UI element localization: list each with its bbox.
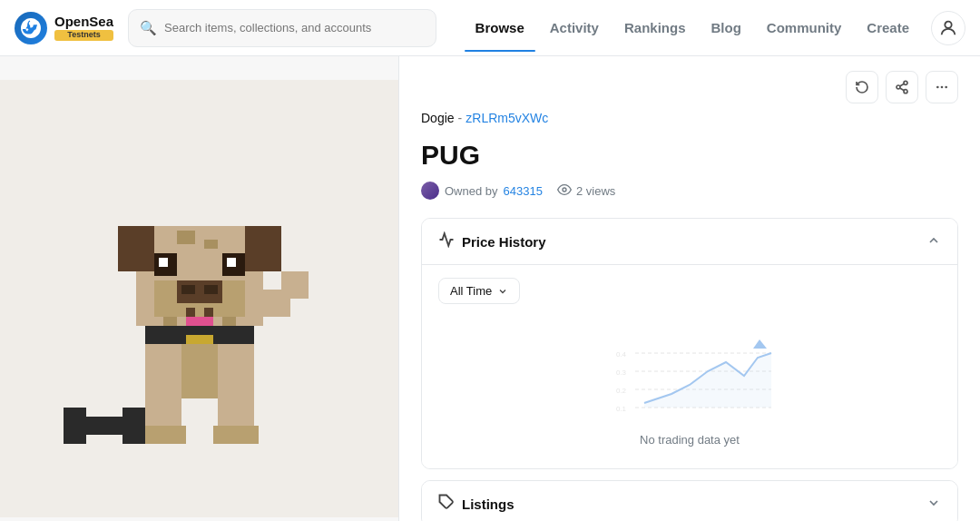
pug-pixel-art — [54, 153, 345, 444]
views-count: 2 views — [576, 184, 615, 198]
collection-id: zRLRm5vXWc — [466, 111, 548, 125]
svg-rect-20 — [141, 426, 186, 444]
main-nav: Browse Activity Rankings Blog Community … — [451, 13, 920, 43]
views-icon — [557, 182, 572, 200]
main-content: Dogie - zRLRm5vXWc PUG Owned by 643315 — [0, 56, 980, 521]
price-history-section: Price History All Time — [421, 218, 958, 469]
price-history-body: All Time — [422, 264, 957, 468]
svg-line-36 — [900, 84, 905, 86]
search-icon: 🔍 — [140, 20, 157, 36]
logo-area[interactable]: OpenSea Testnets — [15, 12, 113, 44]
opensea-logo-icon — [15, 12, 47, 44]
svg-rect-27 — [177, 231, 195, 244]
time-filter-label: All Time — [450, 284, 492, 298]
svg-point-33 — [897, 85, 900, 89]
time-filter-dropdown[interactable]: All Time — [438, 278, 520, 304]
nav-activity[interactable]: Activity — [539, 13, 610, 43]
nav-create[interactable]: Create — [856, 13, 920, 43]
svg-text:0.1: 0.1 — [616, 405, 627, 413]
listings-header-left: Listings — [438, 494, 514, 514]
svg-rect-14 — [204, 308, 213, 317]
search-input[interactable] — [164, 21, 425, 34]
chart-icon — [438, 231, 455, 251]
logo-badge: Testnets — [54, 30, 113, 41]
svg-rect-26 — [122, 408, 145, 444]
listings-chevron-icon — [926, 496, 941, 513]
nav-rankings[interactable]: Rankings — [613, 13, 697, 43]
tag-icon — [438, 494, 455, 514]
owned-by-label: Owned by — [445, 184, 498, 198]
svg-rect-13 — [186, 308, 195, 317]
chart-area: 0.4 0.3 0.2 0.1 No trading data yet — [438, 317, 941, 456]
svg-point-37 — [936, 86, 939, 89]
svg-point-34 — [904, 90, 907, 93]
price-history-chevron-icon — [926, 233, 941, 251]
content-row: Dogie - zRLRm5vXWc PUG Owned by 643315 — [0, 56, 980, 521]
collection-breadcrumb: Dogie - zRLRm5vXWc — [421, 111, 958, 133]
collection-link[interactable]: Dogie - zRLRm5vXWc — [421, 111, 548, 125]
owner-info: Owned by 643315 — [421, 182, 543, 200]
svg-rect-29 — [163, 317, 177, 326]
svg-line-35 — [900, 88, 905, 91]
svg-point-0 — [945, 21, 951, 27]
price-history-header[interactable]: Price History — [422, 219, 957, 264]
svg-marker-49 — [644, 353, 771, 408]
nft-details-panel: Dogie - zRLRm5vXWc PUG Owned by 643315 — [399, 56, 980, 521]
svg-text:0.4: 0.4 — [616, 350, 627, 359]
meta-row: Owned by 643315 2 views — [421, 182, 958, 200]
no-data-text: No trading data yet — [640, 433, 740, 447]
views-info: 2 views — [557, 182, 615, 200]
svg-rect-4 — [245, 226, 281, 271]
top-right-actions — [421, 71, 958, 103]
price-chart-svg: 0.4 0.3 0.2 0.1 — [599, 335, 780, 426]
svg-rect-30 — [222, 317, 236, 326]
svg-rect-31 — [181, 344, 218, 398]
svg-text:0.2: 0.2 — [616, 387, 627, 395]
svg-rect-21 — [213, 426, 259, 444]
svg-point-32 — [904, 81, 907, 84]
svg-rect-12 — [204, 285, 218, 294]
svg-marker-50 — [753, 339, 767, 349]
logo-text: OpenSea Testnets — [54, 15, 113, 40]
listings-section: Listings — [421, 480, 958, 521]
svg-rect-25 — [64, 408, 86, 444]
svg-rect-7 — [159, 258, 168, 267]
price-history-header-left: Price History — [438, 231, 546, 251]
nft-image-panel — [0, 56, 399, 521]
listings-header[interactable]: Listings — [422, 481, 957, 521]
svg-rect-11 — [181, 285, 195, 294]
svg-point-38 — [941, 86, 944, 89]
nav-community[interactable]: Community — [756, 13, 853, 43]
listings-title: Listings — [462, 496, 514, 512]
header: OpenSea Testnets 🔍 Browse Activity Ranki… — [0, 0, 980, 56]
svg-rect-28 — [204, 240, 218, 249]
user-account-button[interactable] — [931, 11, 965, 45]
svg-rect-8 — [227, 258, 236, 267]
logo-name: OpenSea — [54, 15, 113, 30]
nav-browse[interactable]: Browse — [465, 13, 535, 43]
search-bar[interactable]: 🔍 — [128, 9, 436, 47]
svg-rect-23 — [281, 271, 309, 299]
owner-link[interactable]: 643315 — [504, 184, 543, 198]
svg-text:0.3: 0.3 — [616, 369, 627, 377]
more-options-button[interactable] — [926, 71, 958, 103]
nft-title: PUG — [421, 140, 958, 171]
collection-sep: - — [458, 111, 463, 125]
refresh-button[interactable] — [846, 71, 878, 103]
price-history-title: Price History — [462, 234, 546, 250]
owner-avatar-icon — [421, 182, 439, 200]
share-button[interactable] — [886, 71, 918, 103]
svg-rect-3 — [118, 226, 154, 271]
svg-point-39 — [945, 86, 947, 89]
nft-image-area — [0, 80, 398, 517]
nav-blog[interactable]: Blog — [700, 13, 751, 43]
collection-name: Dogie — [421, 111, 455, 125]
svg-point-40 — [563, 188, 566, 192]
